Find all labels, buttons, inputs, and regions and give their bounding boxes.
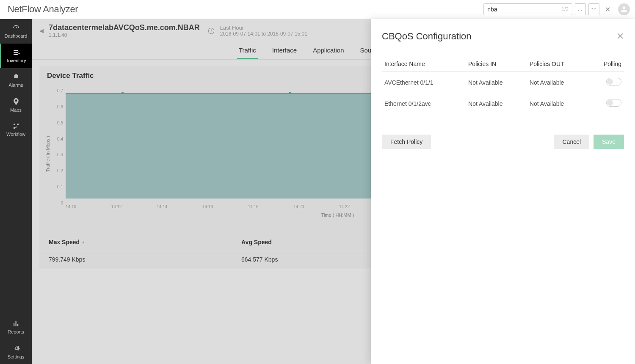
cell-interface: Ethernet 0/1/2avc [382,93,466,114]
th-polling: Polling [588,56,624,72]
search-close-button[interactable]: ✕ [602,3,613,15]
th-interface: Interface Name [382,56,466,72]
search-prev-button[interactable]: ︿ [575,3,586,15]
settings-icon [12,344,20,353]
side-panel-title: CBQoS Configuration [382,31,472,42]
th-policies-out: Policies OUT [527,56,588,72]
workflow-icon [11,122,21,130]
th-policies-in: Policies IN [466,56,527,72]
cell-policies-in: Not Available [466,93,527,114]
cell-policies-in: Not Available [466,72,527,93]
sidebar-item-label: Alarms [8,83,23,88]
cbqos-panel: CBQoS Configuration ✕ Interface Name Pol… [371,19,635,364]
topbar: NetFlow Analyzer 1/2 ︿ ﹀ ✕ [0,0,635,19]
dashboard-icon [11,24,21,32]
cancel-button[interactable]: Cancel [554,135,589,149]
sidebar-item-dashboard[interactable]: Dashboard [0,19,32,44]
sidebar-item-inventory[interactable]: Inventory [0,44,32,68]
sidebar-item-alarms[interactable]: Alarms [0,68,32,93]
fetch-policy-button[interactable]: Fetch Policy [382,135,431,149]
search-box[interactable]: 1/2 [483,3,572,15]
sidebar-item-maps[interactable]: Maps [0,93,32,117]
table-row: Ethernet 0/1/2avcNot AvailableNot Availa… [382,93,624,114]
sidebar: Dashboard Inventory Alarms Maps Workflow [0,19,32,364]
main: ◀ 7datacentermelabAVCQoS.me.com.NBAR 1.1… [32,19,635,364]
sidebar-item-workflow[interactable]: Workflow [0,117,32,142]
user-avatar-icon[interactable] [618,3,630,15]
polling-toggle[interactable] [606,78,621,85]
sidebar-item-label: Dashboard [5,33,28,39]
cell-policies-out: Not Available [527,72,588,93]
cell-policies-out: Not Available [527,93,588,114]
sidebar-item-label: Settings [8,354,25,359]
polling-toggle[interactable] [606,99,621,107]
alarms-icon [11,73,21,81]
sidebar-item-label: Reports [8,329,24,334]
sidebar-item-reports[interactable]: Reports [0,315,32,339]
search-input[interactable] [487,6,561,13]
save-button[interactable]: Save [594,135,624,149]
app-title: NetFlow Analyzer [8,4,78,15]
maps-icon [12,97,20,106]
cbqos-table: Interface Name Policies IN Policies OUT … [382,56,624,114]
sidebar-item-label: Inventory [7,58,26,63]
search-count: 1/2 [561,6,569,12]
search-group: 1/2 ︿ ﹀ ✕ [483,3,630,15]
sidebar-item-label: Workflow [6,132,25,137]
table-row: AVCEthernet 0/1/1Not AvailableNot Availa… [382,72,624,93]
sidebar-item-label: Maps [10,108,22,113]
inventory-icon [12,49,21,56]
reports-icon [12,320,20,328]
close-button[interactable]: ✕ [616,31,624,42]
sidebar-item-settings[interactable]: Settings [0,339,32,364]
search-next-button[interactable]: ﹀ [588,3,599,15]
cell-interface: AVCEthernet 0/1/1 [382,72,466,93]
